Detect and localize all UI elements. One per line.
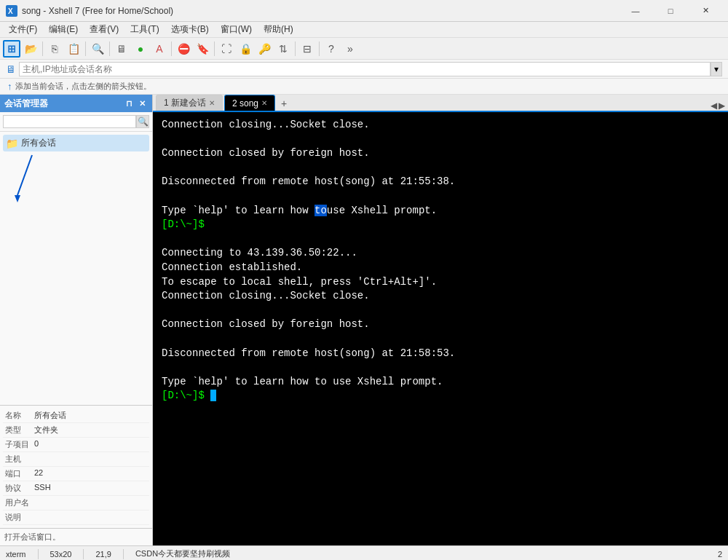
menu-edit[interactable]: 编辑(E)	[43, 22, 84, 38]
tree-item-all-sessions[interactable]: 📁 所有会话	[3, 135, 149, 151]
stop-button[interactable]: ⛔	[175, 40, 192, 58]
terminal-cursor	[210, 390, 216, 401]
tab-nav-next[interactable]: ▶	[719, 100, 725, 111]
help-button[interactable]: ?	[323, 40, 340, 58]
menu-tools[interactable]: 工具(T)	[124, 22, 165, 38]
tab-add-button[interactable]: +	[277, 96, 291, 111]
open-button[interactable]: 📂	[22, 40, 39, 58]
lock-button[interactable]: 🔒	[237, 40, 254, 58]
tab-new-session-label: 1 新建会话	[164, 97, 206, 109]
window-title: song - Xshell 7 (Free for Home/School)	[22, 6, 619, 16]
prop-value-description	[32, 510, 149, 524]
prop-value-port: 22	[32, 467, 149, 481]
prop-label-username: 用户名	[3, 496, 32, 510]
separator-2	[85, 42, 86, 56]
app-icon: X	[6, 5, 17, 17]
svg-text:X: X	[8, 7, 13, 15]
prop-label-protocol: 协议	[3, 481, 32, 495]
sidebar-search-input[interactable]	[3, 115, 136, 128]
status-dimensions: 53x20	[50, 550, 72, 559]
svg-line-2	[17, 155, 32, 195]
terminal-line-7: To escape to local shell, press 'Ctrl+Al…	[162, 275, 719, 290]
bookmark-button[interactable]: 🔖	[194, 40, 211, 58]
tab-new-session-close[interactable]: ✕	[209, 99, 215, 107]
arrow-annotation	[3, 151, 149, 210]
content-area: 1 新建会话 ✕ 2 song ✕ + ◀ ▶ Connection closi…	[153, 95, 728, 545]
hint-icon: ↑	[7, 81, 12, 92]
new-session-button[interactable]: ⊞	[3, 40, 20, 58]
terminal[interactable]: Connection closing...Socket close. Conne…	[153, 112, 728, 545]
split-button[interactable]: ⊟	[298, 40, 316, 58]
separator-6	[295, 42, 296, 56]
properties-panel: 名称 所有会话 类型 文件夹 子项目 0 主机 端口 22 协议 SSH	[0, 405, 152, 528]
address-dropdown[interactable]: ▾	[711, 62, 722, 76]
address-bar: 🖥 ▾	[0, 60, 728, 79]
terminal-line-6: Connection established.	[162, 261, 719, 275]
status-session-count: 2	[718, 550, 722, 559]
prop-value-protocol: SSH	[32, 481, 149, 495]
prop-value-name: 所有会话	[32, 409, 149, 422]
sidebar-header: 会话管理器 ⊓ ✕	[0, 95, 152, 112]
status-sep-1	[38, 549, 39, 559]
tab-song-label: 2 song	[232, 98, 258, 109]
menu-window[interactable]: 窗口(W)	[215, 22, 258, 38]
status-info: CSDN今天都要坚持刷视频	[135, 548, 230, 559]
toolbar: ⊞ 📂 ⎘ 📋 🔍 🖥 ● A ⛔ 🔖 ⛶ 🔒 🔑 ⇅ ⊟ ? »	[0, 38, 728, 60]
minimize-button[interactable]: —	[619, 0, 652, 22]
sidebar-close-button[interactable]: ✕	[136, 98, 148, 109]
tab-song-close[interactable]: ✕	[261, 99, 267, 107]
annotation-arrow	[10, 151, 68, 210]
sidebar-pin-button[interactable]: ⊓	[123, 98, 135, 109]
terminal-prompt-1: [D:\~]$	[162, 218, 719, 232]
prop-value-host	[32, 452, 149, 466]
more-button[interactable]: »	[341, 40, 359, 58]
font-button[interactable]: A	[151, 40, 168, 58]
separator-7	[319, 42, 320, 56]
cursor-highlight: to	[314, 205, 327, 216]
main-layout: 会话管理器 ⊓ ✕ 🔍 📁 所有会话	[0, 95, 728, 545]
status-sep-2	[83, 549, 84, 559]
sidebar-search-button[interactable]: 🔍	[136, 115, 149, 128]
key-button[interactable]: 🔑	[256, 40, 273, 58]
terminal-line-1: Connection closing...Socket close.	[162, 118, 719, 133]
sidebar-header-buttons: ⊓ ✕	[123, 98, 148, 109]
paste-button[interactable]: 📋	[65, 40, 82, 58]
prop-label-type: 类型	[3, 423, 32, 437]
prop-label-name: 名称	[3, 409, 32, 422]
address-hint: ↑ 添加当前会话，点击左侧的箭头按钮。	[0, 79, 728, 95]
copy-button[interactable]: ⎘	[46, 40, 63, 58]
menu-file[interactable]: 文件(F)	[3, 22, 43, 38]
tab-song[interactable]: 2 song ✕	[224, 95, 275, 111]
prop-label-host: 主机	[3, 452, 32, 466]
tab-new-session[interactable]: 1 新建会话 ✕	[156, 95, 223, 111]
maximize-button[interactable]: □	[654, 0, 687, 22]
terminal-line-11: Type `help' to learn how to use Xshell p…	[162, 375, 719, 390]
terminal-line-9: Connection closed by foreign host.	[162, 318, 719, 332]
address-input[interactable]	[19, 62, 711, 76]
find-button[interactable]: 🔍	[89, 40, 106, 58]
separator-4	[171, 42, 172, 56]
tab-bar: 1 新建会话 ✕ 2 song ✕ + ◀ ▶	[153, 95, 728, 112]
menu-view[interactable]: 查看(V)	[84, 22, 124, 38]
menu-help[interactable]: 帮助(H)	[258, 22, 299, 38]
connect-button[interactable]: 🖥	[113, 40, 130, 58]
address-icon: 🖥	[6, 63, 16, 75]
status-sep-3	[123, 549, 124, 559]
prop-value-subitem: 0	[32, 438, 149, 451]
terminal-line-10: Disconnected from remote host(song) at 2…	[162, 347, 719, 361]
terminal-line-2: Connection closed by foreign host.	[162, 146, 719, 161]
prop-row-port: 端口 22	[3, 467, 149, 481]
transfer-button[interactable]: ⇅	[274, 40, 292, 58]
close-button[interactable]: ✕	[689, 0, 722, 22]
prop-row-name: 名称 所有会话	[3, 409, 149, 423]
window-controls: — □ ✕	[619, 0, 722, 22]
prop-value-type: 文件夹	[32, 423, 149, 437]
menu-tabs[interactable]: 选项卡(B)	[165, 22, 215, 38]
separator-3	[109, 42, 110, 56]
fullscreen-button[interactable]: ⛶	[218, 40, 235, 58]
tab-nav-prev[interactable]: ◀	[711, 100, 717, 111]
status-coords: 21,9	[95, 550, 111, 559]
prop-row-host: 主机	[3, 452, 149, 467]
terminal-line-8: Connection closing...Socket close.	[162, 289, 719, 304]
session-button[interactable]: ●	[132, 40, 149, 58]
